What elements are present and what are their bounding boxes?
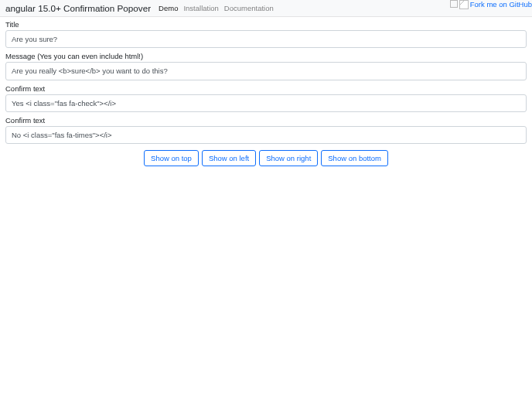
message-group: Message (Yes you can even include html!) [5,52,527,80]
fork-on-github-link[interactable]: Fork me on GitHub [450,0,532,9]
show-on-top-button[interactable]: Show on top [144,150,199,166]
confirm-input[interactable] [5,94,527,112]
message-input[interactable] [5,62,527,80]
title-input[interactable] [5,30,527,48]
broken-image-icon [459,0,469,9]
show-on-left-button[interactable]: Show on left [202,150,256,166]
nav-installation[interactable]: Installation [183,4,218,12]
navbar: angular 15.0+ Confirmation Popover Demo … [0,0,532,17]
fork-on-github-text: Fork me on GitHub [470,0,532,9]
title-label: Title [5,20,527,29]
cancel-group: Confirm text [5,116,527,144]
show-on-bottom-button[interactable]: Show on bottom [321,150,388,166]
main-container: Title Message (Yes you can even include … [0,17,532,172]
show-on-right-button[interactable]: Show on right [259,150,318,166]
cancel-input[interactable] [5,126,527,144]
nav-demo[interactable]: Demo [159,4,178,12]
nav-documentation[interactable]: Documentation [224,4,274,12]
confirm-group: Confirm text [5,84,527,112]
button-row: Show on top Show on left Show on right S… [5,150,527,166]
title-group: Title [5,20,527,48]
cancel-label: Confirm text [5,116,527,125]
brand-title: angular 15.0+ Confirmation Popover [5,3,151,13]
confirm-label: Confirm text [5,84,527,93]
message-label: Message (Yes you can even include html!) [5,52,527,60]
